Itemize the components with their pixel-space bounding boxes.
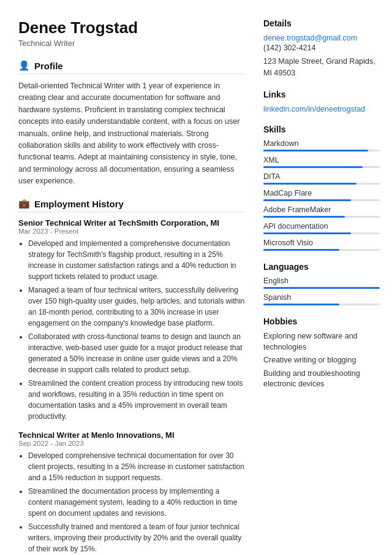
email-link[interactable]: denee.trogstad@gmail.com <box>263 34 357 42</box>
hobby-item: Building and troubleshooting electronic … <box>263 369 380 390</box>
skill-bar-bg <box>263 150 380 151</box>
job-item: Senior Technical Writer at TechSmith Cor… <box>18 218 245 422</box>
skill-bar-bg <box>263 199 380 201</box>
job-bullet: Streamlined the documentation process by… <box>28 486 245 519</box>
header: Denee Trogstad Technical Writer <box>18 18 245 48</box>
hobby-item: Creative writing or blogging <box>263 355 380 366</box>
resume-page: Denee Trogstad Technical Writer 👤 Profil… <box>0 0 392 555</box>
language-name: English <box>263 277 380 285</box>
employment-section: 💼 Employment History Senior Technical Wr… <box>18 198 245 555</box>
skill-name: XML <box>263 156 380 164</box>
language-bar-fill <box>263 287 380 289</box>
hobbies-title: Hobbies <box>263 316 380 326</box>
details-title: Details <box>263 18 380 28</box>
left-column: Denee Trogstad Technical Writer 👤 Profil… <box>18 18 245 555</box>
job-bullet: Developed and implemented a comprehensiv… <box>28 238 245 282</box>
skill-bar-bg <box>263 166 380 168</box>
job-bullet: Collaborated with cross-functional teams… <box>28 331 245 375</box>
skills-section: Skills MarkdownXMLDITAMadCap FlareAdobe … <box>263 124 380 251</box>
skill-bar-bg <box>263 216 380 218</box>
phone: (142) 302-4214 <box>263 42 380 54</box>
job-bullet: Developed comprehensive technical docume… <box>28 450 245 483</box>
skill-bar-fill <box>263 199 351 201</box>
skill-item: DITA <box>263 172 380 185</box>
skill-bar-fill <box>263 249 339 251</box>
language-bar-bg <box>263 304 380 305</box>
right-column: Details denee.trogstad@gmail.com (142) 3… <box>263 18 380 555</box>
skills-title: Skills <box>263 124 380 134</box>
job-bullet: Managed a team of four technical writers… <box>28 285 245 329</box>
skill-bar-fill <box>263 166 363 168</box>
employment-icon: 💼 <box>18 198 30 209</box>
skill-name: Adobe FrameMaker <box>263 205 380 214</box>
skill-item: Microsoft Visio <box>263 239 380 251</box>
skill-bar-fill <box>263 232 351 234</box>
skill-name: Markdown <box>263 139 380 148</box>
employment-title: 💼 Employment History <box>18 198 245 212</box>
profile-title: 👤 Profile <box>18 60 245 74</box>
skill-item: MadCap Flare <box>263 189 380 201</box>
language-item: Spanish <box>263 293 380 305</box>
address: 123 Maple Street, Grand Rapids, MI 49503 <box>263 56 380 79</box>
skill-name: Microsoft Visio <box>263 239 380 247</box>
details-section: Details denee.trogstad@gmail.com (142) 3… <box>263 18 380 78</box>
skill-name: DITA <box>263 172 380 181</box>
skill-bar-bg <box>263 232 380 234</box>
profile-section: 👤 Profile Detail-oriented Technical Writ… <box>18 60 245 187</box>
skill-item: Adobe FrameMaker <box>263 205 380 218</box>
skill-item: API documentation <box>263 222 380 234</box>
links-title: Links <box>263 90 380 99</box>
job-bullet: Successfully trained and mentored a team… <box>28 521 245 554</box>
hobby-item: Exploring new software and technologies <box>263 331 380 353</box>
profile-icon: 👤 <box>18 60 30 71</box>
job-dates: Sep 2022 - Jan 2023 <box>18 440 245 447</box>
hobbies-section: Hobbies Exploring new software and techn… <box>263 316 380 390</box>
job-item: Technical Writer at Menlo Innovations, M… <box>18 431 245 555</box>
languages-title: Languages <box>263 262 380 272</box>
skill-bar-fill <box>263 216 345 218</box>
candidate-name: Denee Trogstad <box>18 18 245 37</box>
skill-name: API documentation <box>263 222 380 231</box>
language-name: Spanish <box>263 293 380 302</box>
skill-bar-fill <box>263 150 368 151</box>
language-item: English <box>263 277 380 289</box>
job-title: Senior Technical Writer at TechSmith Cor… <box>18 218 245 228</box>
skill-name: MadCap Flare <box>263 189 380 197</box>
skill-bar-fill <box>263 183 356 185</box>
languages-section: Languages EnglishSpanish <box>263 262 380 305</box>
job-bullets: Developed and implemented a comprehensiv… <box>18 238 245 422</box>
linkedin-link[interactable]: linkedin.com/in/deneetrogstad <box>263 105 365 113</box>
skill-bar-bg <box>263 249 380 251</box>
job-bullets: Developed comprehensive technical docume… <box>18 450 245 555</box>
language-bar-bg <box>263 287 380 289</box>
candidate-title: Technical Writer <box>18 39 245 48</box>
job-dates: Mar 2023 - Present <box>18 228 245 235</box>
skills-list: MarkdownXMLDITAMadCap FlareAdobe FrameMa… <box>263 139 380 251</box>
job-title: Technical Writer at Menlo Innovations, M… <box>18 431 245 440</box>
job-bullet: Streamlined the content creation process… <box>28 378 245 422</box>
profile-text: Detail-oriented Technical Writer with 1 … <box>18 80 245 187</box>
hobbies-list: Exploring new software and technologiesC… <box>263 331 380 390</box>
skill-bar-bg <box>263 183 380 185</box>
jobs-list: Senior Technical Writer at TechSmith Cor… <box>18 218 245 555</box>
language-bar-fill <box>263 304 339 305</box>
languages-list: EnglishSpanish <box>263 277 380 305</box>
links-section: Links linkedin.com/in/deneetrogstad <box>263 90 380 113</box>
skill-item: XML <box>263 156 380 168</box>
skill-item: Markdown <box>263 139 380 151</box>
